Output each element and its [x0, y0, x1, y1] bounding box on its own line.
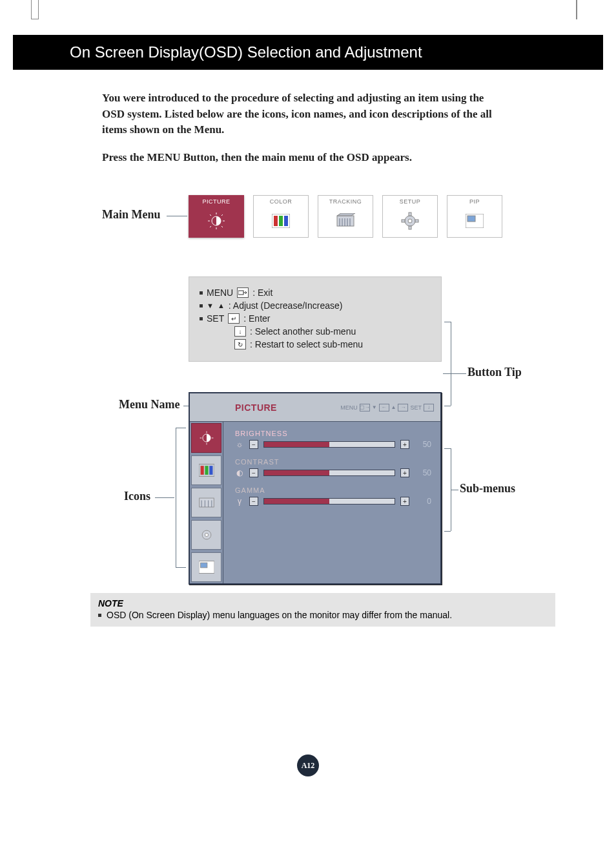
up-triangle-icon: ▲ [218, 302, 225, 309]
osd-header-hints: MENU ▢→ ▼← ▲→ SET ↓ [340, 404, 434, 411]
osd-item-value: 0 [415, 497, 431, 506]
svg-line-5 [210, 214, 211, 216]
intro-paragraph-1: You were introduced to the procedure of … [102, 90, 502, 138]
note-box: NOTE OSD (On Screen Display) menu langua… [90, 593, 555, 627]
label-button-tip: Button Tip [467, 366, 522, 379]
slider-track[interactable] [263, 441, 395, 448]
svg-rect-10 [274, 216, 278, 226]
main-menu-tile-color[interactable]: COLOR [253, 195, 309, 238]
bullet-icon [200, 291, 203, 295]
down-arrow-key-icon: ↓ [234, 326, 246, 337]
svg-rect-27 [238, 291, 243, 295]
svg-rect-34 [200, 466, 203, 475]
page-title-bar: On Screen Display(OSD) Selection and Adj… [13, 35, 603, 70]
label-menu-name: Menu Name [119, 398, 180, 411]
down-triangle-icon: ▼ [207, 302, 214, 309]
svg-rect-26 [467, 216, 475, 222]
svg-rect-36 [209, 466, 212, 475]
leader-line [176, 567, 186, 568]
gamma-icon: γ [235, 497, 244, 506]
left-key-icon: ← [379, 404, 389, 411]
osd-hint-menu: MENU [340, 404, 358, 411]
minus-button[interactable]: − [249, 468, 258, 477]
restart-key-icon: ↻ [234, 339, 246, 349]
osd-side-tabs [190, 422, 223, 583]
osd-header: PICTURE MENU ▢→ ▼← ▲→ SET ↓ [190, 393, 440, 422]
minus-button[interactable]: − [249, 440, 258, 449]
osd-tab-color[interactable] [191, 455, 221, 485]
plus-button[interactable]: + [400, 468, 409, 477]
legend-restart: : Restart to select sub-menu [250, 339, 363, 349]
osd-item-value: 50 [415, 440, 431, 449]
slider-fill [264, 470, 329, 475]
osd-tab-tracking[interactable] [191, 488, 221, 517]
legend-set-word: SET [207, 313, 224, 324]
pip-icon [466, 205, 484, 237]
osd-item-name: BRIGHTNESS [235, 430, 431, 437]
slider-track[interactable] [263, 470, 395, 476]
slider-fill [264, 499, 329, 504]
legend-select-another: : Select another sub-menu [250, 326, 356, 337]
leader-line [155, 497, 174, 498]
mm-label: PIP [469, 198, 480, 205]
leader-line [451, 322, 451, 406]
menu-key-icon: ▢→ [360, 404, 370, 411]
svg-rect-22 [409, 226, 411, 229]
mm-label: TRACKING [329, 198, 362, 205]
main-menu-tile-picture[interactable]: PICTURE [189, 195, 244, 238]
mm-label: SETUP [400, 198, 421, 205]
color-bars-icon [272, 205, 290, 237]
main-menu-tile-pip[interactable]: PIP [447, 195, 502, 238]
bullet-icon [98, 614, 101, 617]
contrast-icon: ◐ [235, 468, 244, 477]
down-key-icon: ↓ [424, 404, 434, 411]
plus-button[interactable]: + [400, 497, 409, 506]
slider-track[interactable] [263, 498, 395, 505]
legend-menu-word: MENU [207, 287, 233, 298]
plus-button[interactable]: + [400, 440, 409, 449]
legend-exit: : Exit [252, 287, 272, 298]
label-submenus: Sub-menus [460, 482, 515, 495]
leader-line [176, 428, 176, 567]
minus-button[interactable]: − [249, 497, 258, 506]
osd-item-brightness[interactable]: BRIGHTNESS ☼ − + 50 [235, 430, 431, 449]
legend-enter: : Enter [243, 313, 270, 324]
leader-line [444, 322, 451, 322]
sun-icon: ☼ [235, 440, 244, 449]
osd-item-gamma[interactable]: GAMMA γ − + 0 [235, 486, 431, 506]
mm-label: PICTURE [202, 198, 230, 205]
leader-line [444, 406, 451, 406]
page-title: On Screen Display(OSD) Selection and Adj… [70, 43, 422, 61]
intro-text: You were introduced to the procedure of … [102, 90, 502, 178]
note-heading: NOTE [98, 598, 548, 609]
leader-line [176, 428, 186, 428]
leader-line [167, 216, 187, 216]
menu-key-icon [237, 287, 249, 298]
osd-hint-set: SET [410, 404, 422, 411]
note-text: OSD (On Screen Display) menu languages o… [107, 610, 452, 620]
osd-tab-picture[interactable] [191, 423, 221, 453]
osd-item-contrast[interactable]: CONTRAST ◐ − + 50 [235, 458, 431, 477]
osd-menu-title: PICTURE [196, 402, 277, 413]
leader-line [443, 373, 466, 374]
main-menu-tile-tracking[interactable]: TRACKING [318, 195, 373, 238]
enter-key-icon: ↵ [228, 313, 240, 324]
svg-rect-11 [279, 216, 283, 226]
tracking-icon [336, 205, 355, 237]
page-number-badge: A12 [297, 755, 319, 776]
svg-line-6 [221, 226, 223, 227]
main-menu-tile-setup[interactable]: SETUP [382, 195, 438, 238]
button-legend-box: MENU : Exit ▼ ▲ : Adjust (Decrease/Incre… [189, 276, 442, 362]
osd-tab-pip[interactable] [191, 552, 221, 582]
page-number: A12 [302, 761, 315, 771]
right-key-icon: → [398, 404, 408, 411]
osd-panel: PICTURE MENU ▢→ ▼← ▲→ SET ↓ [189, 392, 442, 585]
osd-item-value: 50 [415, 468, 431, 477]
crop-mark [31, 0, 39, 19]
crop-mark [576, 0, 577, 19]
osd-tab-setup[interactable] [191, 520, 221, 550]
osd-content: BRIGHTNESS ☼ − + 50 CONTRAST ◐ − + 50 [223, 422, 440, 583]
leader-line [451, 490, 458, 490]
leader-line [444, 531, 451, 532]
main-menu-row: PICTURE COLOR TRACKING SETUP PIP [189, 195, 502, 238]
